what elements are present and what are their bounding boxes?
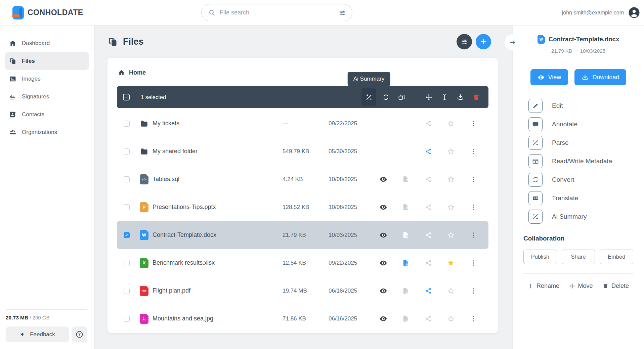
star-icon[interactable] <box>444 312 458 325</box>
embed-button[interactable]: Embed <box>600 250 633 264</box>
rename-button[interactable]: Rename <box>528 282 559 290</box>
more-actions-icon[interactable] <box>467 228 480 242</box>
share-icon[interactable] <box>422 256 435 270</box>
star-icon[interactable] <box>444 201 458 214</box>
share-button[interactable]: Share <box>562 250 595 264</box>
file-name[interactable]: Mountains and sea.jpg <box>153 315 283 322</box>
share-icon[interactable] <box>422 201 435 214</box>
more-actions-icon[interactable] <box>467 173 480 186</box>
file-name[interactable]: Contract-Template.docx <box>153 231 283 238</box>
file-status-icon[interactable] <box>399 173 413 186</box>
search-input[interactable] <box>220 9 334 16</box>
share-icon[interactable] <box>422 284 435 298</box>
file-row[interactable]: PPresentations-Tips.pptx128.52 KB10/08/2… <box>117 193 488 221</box>
row-checkbox[interactable] <box>124 148 130 155</box>
preview-icon[interactable] <box>377 228 390 242</box>
more-actions-icon[interactable] <box>467 256 480 270</box>
panel-action-read-write-metadata[interactable]: Read/Write Metadata <box>528 154 634 168</box>
avatar[interactable] <box>628 7 640 18</box>
star-icon[interactable] <box>444 173 458 186</box>
help-button[interactable] <box>72 326 87 342</box>
file-status-icon[interactable] <box>399 201 413 214</box>
share-icon[interactable] <box>422 117 435 130</box>
file-status-icon[interactable] <box>399 284 413 298</box>
file-name[interactable]: Tables.sql <box>153 176 283 183</box>
sidebar-item-images[interactable]: Images <box>5 70 89 88</box>
preview-icon[interactable] <box>377 312 390 325</box>
file-row[interactable]: PDFFlight plan.pdf19.74 MB06/18/2025 <box>117 277 488 305</box>
sidebar-item-contacts[interactable]: Contacts <box>5 105 89 123</box>
file-status-icon[interactable] <box>399 312 413 325</box>
row-checkbox[interactable] <box>124 316 130 322</box>
star-icon[interactable] <box>444 145 458 158</box>
file-row[interactable]: My shared folder549.79 KB05/30/2025 <box>117 137 488 165</box>
share-icon[interactable] <box>422 228 435 242</box>
rename-button[interactable] <box>438 88 451 106</box>
row-checkbox[interactable] <box>124 176 130 182</box>
file-row[interactable]: My tickets—09/22/2025 <box>117 110 488 137</box>
move-button[interactable]: Move <box>569 282 593 290</box>
row-checkbox[interactable] <box>124 232 130 238</box>
download-button[interactable]: Download <box>574 69 626 85</box>
select-all-checkbox[interactable] <box>123 94 130 100</box>
file-status-icon[interactable] <box>399 228 413 242</box>
sidebar-item-files[interactable]: Files <box>5 52 89 70</box>
move-button[interactable] <box>422 88 435 106</box>
panel-action-parse[interactable]: Parse <box>528 136 634 150</box>
preview-icon[interactable] <box>377 256 390 270</box>
sidebar-item-organizations[interactable]: Organizations <box>5 123 89 141</box>
download-button[interactable] <box>454 88 467 106</box>
share-icon[interactable] <box>422 145 435 158</box>
ai-summary-button[interactable]: Ai Summary <box>361 88 376 106</box>
share-icon[interactable] <box>422 312 435 325</box>
file-name[interactable]: Benchmark results.xlsx <box>153 259 283 266</box>
file-name[interactable]: My shared folder <box>153 148 283 155</box>
sidebar-item-signatures[interactable]: Signatures <box>5 88 89 105</box>
feedback-button[interactable]: Feedback <box>6 326 69 342</box>
preview-icon[interactable] <box>377 284 390 298</box>
star-icon[interactable] <box>444 256 458 270</box>
star-icon[interactable] <box>444 117 458 130</box>
view-settings-button[interactable] <box>457 34 472 49</box>
file-row[interactable]: WContract-Template.docx21.79 KB10/03/202… <box>117 221 488 249</box>
more-actions-icon[interactable] <box>467 312 480 325</box>
file-name[interactable]: Presentations-Tips.pptx <box>153 204 283 211</box>
sidebar-item-dashboard[interactable]: Dashboard <box>5 34 89 52</box>
delete-button[interactable] <box>470 88 482 106</box>
file-status-icon[interactable] <box>399 256 413 270</box>
merge-button[interactable] <box>395 88 408 106</box>
publish-button[interactable]: Publish <box>523 250 557 264</box>
more-actions-icon[interactable] <box>467 117 480 130</box>
row-checkbox[interactable] <box>124 260 130 266</box>
convert-button[interactable] <box>379 88 392 106</box>
delete-button[interactable]: Delete <box>603 282 629 290</box>
preview-icon[interactable] <box>377 201 390 214</box>
panel-action-annotate[interactable]: Annotate <box>528 117 634 131</box>
file-row[interactable]: <>Tables.sql4.24 KB10/08/2025 <box>117 165 488 193</box>
collapse-panel-button[interactable] <box>505 34 521 50</box>
panel-action-edit[interactable]: Edit <box>528 99 634 113</box>
row-checkbox[interactable] <box>124 288 130 294</box>
search-filter-icon[interactable] <box>339 9 346 16</box>
share-icon[interactable] <box>422 173 435 186</box>
add-new-button[interactable] <box>476 34 491 49</box>
file-row[interactable]: Mountains and sea.jpg71.86 KB06/16/2025 <box>117 305 488 333</box>
panel-action-translate[interactable]: Translate <box>528 191 634 205</box>
file-row[interactable]: XBenchmark results.xlsx12.54 KB09/22/202… <box>117 249 488 277</box>
view-button[interactable]: View <box>530 69 568 85</box>
search-bar[interactable] <box>201 4 352 21</box>
breadcrumb[interactable]: Home <box>117 58 488 83</box>
panel-action-convert[interactable]: Convert <box>528 173 634 187</box>
brand-logo[interactable]: CONHOLDATE <box>12 6 83 19</box>
row-checkbox[interactable] <box>124 121 130 127</box>
more-actions-icon[interactable] <box>467 284 480 298</box>
star-icon[interactable] <box>444 228 458 242</box>
panel-action-ai-summary[interactable]: Ai Summary <box>528 210 634 224</box>
file-name[interactable]: My tickets <box>153 120 283 127</box>
file-name[interactable]: Flight plan.pdf <box>153 287 283 294</box>
more-actions-icon[interactable] <box>467 145 480 158</box>
preview-icon[interactable] <box>377 173 390 186</box>
row-checkbox[interactable] <box>124 204 130 210</box>
more-actions-icon[interactable] <box>467 201 480 214</box>
star-icon[interactable] <box>444 284 458 298</box>
